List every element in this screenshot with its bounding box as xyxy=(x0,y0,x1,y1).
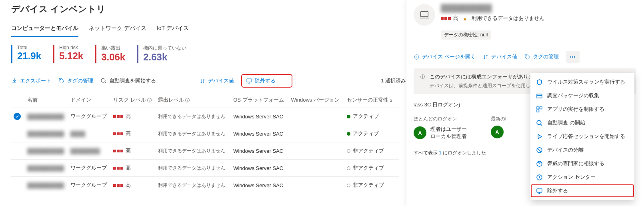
menu-collect-package[interactable]: 調査パッケージの収集 xyxy=(530,89,634,102)
cell-risk: 高 xyxy=(113,142,158,160)
menu-run-av-scan[interactable]: ウイルス対策スキャンを実行する xyxy=(530,75,634,89)
menu-threat-expert[interactable]: 脅威の専門家に相談する xyxy=(530,157,634,170)
tab-computers[interactable]: コンピューターとモバイル xyxy=(11,22,78,37)
menu-restrict-apps[interactable]: アプリの実行を制限する xyxy=(530,102,634,116)
col-domain[interactable]: ドメイン xyxy=(70,92,113,108)
latest-logon-user[interactable]: A xyxy=(491,126,508,138)
most-logon-title: ほとんどのログオン xyxy=(414,116,467,122)
stat-total: Total21.9k xyxy=(11,45,41,63)
export-button[interactable]: エクスポート xyxy=(11,77,51,84)
tag-manage[interactable]: タグの管理 xyxy=(524,53,559,60)
cell-platform: Windows Server SAC xyxy=(233,142,291,160)
cell-winver xyxy=(291,177,347,194)
menu-exclude[interactable]: 除外する xyxy=(530,184,634,198)
svg-rect-17 xyxy=(537,189,542,192)
cell-exposure: 利用できるデータはありません xyxy=(158,177,233,194)
open-device-page[interactable]: デバイス ページを開く xyxy=(414,53,476,60)
menu-action-center[interactable]: アクション センター xyxy=(530,170,634,184)
svg-rect-2 xyxy=(247,79,252,82)
cell-name: ██████████ xyxy=(27,182,64,188)
question-icon xyxy=(536,160,543,167)
cell-exposure: 利用できるデータはありません xyxy=(158,125,233,142)
most-logon-user[interactable]: A 理者はユーザーローカル管理者 xyxy=(414,126,467,140)
info-icon: i xyxy=(420,74,425,79)
cell-domain: ワークグループ xyxy=(70,113,107,119)
col-name[interactable]: 名前 xyxy=(27,92,70,108)
stat-not-onboarded: 機内に乗っていない2.63k xyxy=(137,45,186,63)
device-table: 名前 ドメイン リスク レベルi 露出レベルi OS プラットフォーム Wind… xyxy=(11,92,399,194)
menu-live-response[interactable]: ライブ応答セッションを開始する xyxy=(530,130,634,143)
cell-sensor: 非アクティブ xyxy=(347,160,399,177)
cell-domain: ████████ xyxy=(70,148,100,154)
page-title: デバイス インベントリ xyxy=(11,3,406,15)
svg-point-4 xyxy=(414,54,419,59)
cell-sensor: 非アクティブ xyxy=(347,177,399,194)
cell-platform: Windows Server SAC xyxy=(233,160,291,177)
svg-rect-3 xyxy=(421,12,428,17)
tab-bar: コンピューターとモバイル ネットワーク デバイス IoT デバイス xyxy=(11,22,406,38)
cell-risk: 高 xyxy=(113,160,158,177)
play-icon xyxy=(536,133,543,140)
magnify-icon xyxy=(536,120,543,126)
cell-risk: 高 xyxy=(113,108,158,125)
cell-platform: Windows Server SAC xyxy=(233,125,291,142)
table-row[interactable]: ██████████ワークグループ高利用できるデータはありませんWindows … xyxy=(11,160,399,177)
warning-icon: ▲ xyxy=(462,16,468,22)
tab-iot[interactable]: IoT デバイス xyxy=(157,22,189,37)
cell-domain: ワークグループ xyxy=(70,182,107,188)
exposure-text: 利用できるデータはありません xyxy=(472,15,544,22)
svg-point-0 xyxy=(60,79,61,80)
table-row[interactable]: ██████████ワークグループ高利用できるデータはありませんWindows … xyxy=(11,177,399,194)
device-value-button[interactable]: デバイス値 xyxy=(199,77,234,84)
cell-name: ██████████ xyxy=(27,165,64,171)
download-icon xyxy=(11,78,18,84)
cell-winver xyxy=(291,160,347,177)
device-flyout: ██████████ 高 ▲ 利用できるデータはありません データの機密性: n… xyxy=(406,0,644,206)
row-selected-icon[interactable]: ✓ xyxy=(14,113,21,120)
exclude-button[interactable]: 除外する xyxy=(241,74,292,88)
latest-logon-title: 最新のl xyxy=(491,116,508,122)
cell-domain: ワークグループ xyxy=(70,165,107,171)
menu-auto-investigate[interactable]: 自動調査 の開始 xyxy=(530,116,634,130)
clock-icon xyxy=(536,174,543,181)
cell-winver xyxy=(291,142,347,160)
cell-name: ██████████ xyxy=(27,131,64,137)
svg-point-8 xyxy=(574,56,575,57)
selected-count: 1 選択済み xyxy=(381,77,406,84)
monitor-icon xyxy=(246,78,252,84)
col-risk[interactable]: リスク レベルi xyxy=(113,92,158,108)
cell-exposure: 利用できるデータはありません xyxy=(158,142,233,160)
col-winver[interactable]: Windows バージョン xyxy=(291,92,347,108)
info-icon: i xyxy=(185,98,190,102)
cell-name: ██████████ xyxy=(27,114,64,120)
cell-exposure: 利用できるデータはありません xyxy=(158,108,233,125)
auto-investigate-button[interactable]: 自動調査を開始する xyxy=(100,77,156,84)
cell-platform: Windows Server SAC xyxy=(233,108,291,125)
stat-high-risk: High risk5.12k xyxy=(53,45,83,63)
cell-platform: Windows Server SAC xyxy=(233,177,291,194)
tag-icon xyxy=(58,78,65,84)
col-sensor[interactable]: センサーの正常性 s xyxy=(347,92,399,108)
app-icon xyxy=(536,106,543,113)
device-value[interactable]: デバイス値 xyxy=(483,53,517,60)
svg-rect-12 xyxy=(537,110,539,112)
tab-network[interactable]: ネットワーク デバイス xyxy=(89,22,146,37)
svg-rect-9 xyxy=(537,94,542,98)
table-row[interactable]: ██████████████████高利用できるデータはありませんWindows… xyxy=(11,142,399,160)
cell-domain: ████ xyxy=(70,131,85,137)
table-row[interactable]: ✓██████████ワークグループ高利用できるデータはありませんWindows… xyxy=(11,108,399,125)
more-actions-button[interactable] xyxy=(566,51,580,63)
table-row[interactable]: ██████████████高利用できるデータはありませんWindows Ser… xyxy=(11,125,399,142)
col-platform[interactable]: OS プラットフォーム xyxy=(233,92,291,108)
device-name: ██████████ xyxy=(441,4,544,12)
menu-isolate-device[interactable]: デバイスの分離 xyxy=(530,143,634,157)
svg-point-7 xyxy=(572,56,573,57)
cell-exposure: 利用できるデータはありません xyxy=(158,160,233,177)
col-exposure[interactable]: 露出レベルi xyxy=(158,92,233,108)
show-all-link[interactable]: 1 xyxy=(439,150,442,156)
arrow-right-icon xyxy=(414,54,420,60)
svg-rect-10 xyxy=(537,107,539,109)
shield-icon xyxy=(536,79,543,86)
tag-manage-button[interactable]: タグの管理 xyxy=(58,77,93,84)
cell-winver xyxy=(291,125,347,142)
